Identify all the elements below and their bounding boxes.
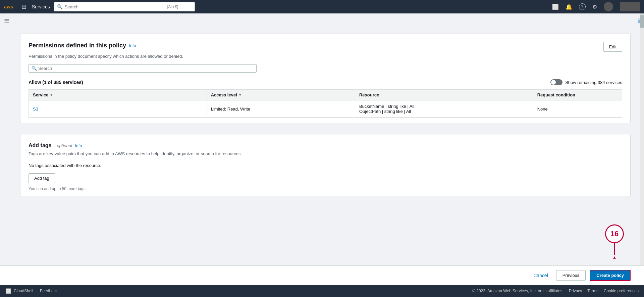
th-access-level: Access level ▼ (207, 90, 355, 100)
th-resource-label: Resource (359, 92, 379, 97)
table-search-icon: 🔍 (32, 66, 37, 71)
top-navigation: aws ⊞ Services 🔍 [Alt+S] ⬜ 🔔 ? ⚙ (0, 0, 644, 13)
search-input[interactable] (65, 4, 165, 9)
add-tags-card: Add tags - optional Info Tags are key-va… (20, 134, 631, 197)
svg-text:aws: aws (4, 4, 13, 9)
permissions-card-header: Permissions defined in this policy Info … (29, 42, 622, 52)
apps-icon[interactable]: ⊞ (20, 2, 28, 12)
show-remaining-toggle[interactable] (550, 79, 562, 85)
add-tags-header: Add tags - optional Info (29, 142, 622, 148)
permissions-table: Service ▼ Access level ▼ Resource (29, 89, 622, 118)
main-content: Permissions defined in this policy Info … (0, 13, 644, 285)
cloudshell-nav-icon[interactable]: ⬜ (552, 4, 559, 10)
access-sort-icon[interactable]: ▼ (238, 93, 242, 97)
account-avatar[interactable] (620, 2, 640, 11)
search-icon: 🔍 (57, 4, 63, 9)
cell-service: S3 (29, 100, 207, 118)
table-row: S3 Limited: Read, Write BucketName | str… (29, 100, 622, 118)
permissions-title: Permissions defined in this policy (29, 42, 126, 49)
add-tags-subtitle: Tags are key-value pairs that you can ad… (29, 151, 622, 156)
th-access-label: Access level (211, 92, 237, 97)
add-tag-button[interactable]: Add tag (29, 173, 55, 183)
th-request-condition: Request condition (533, 90, 622, 100)
toggle-container: Show remaining 384 services (550, 79, 622, 85)
aws-logo: aws (4, 3, 16, 11)
cell-request-condition: None (533, 100, 622, 118)
allow-title: Allow (1 of 385 services) (29, 80, 83, 85)
no-tags-message: No tags associated with the resource. (29, 163, 622, 168)
access-level-value: Limited: Read, Write (211, 107, 251, 112)
permissions-title-group: Permissions defined in this policy Info (29, 42, 136, 49)
show-remaining-label: Show remaining 384 services (565, 80, 622, 85)
th-service: Service ▼ (29, 90, 207, 100)
th-service-label: Service (33, 92, 48, 97)
toggle-knob (551, 80, 556, 85)
permissions-card: Permissions defined in this policy Info … (20, 34, 631, 123)
request-condition-value: None (537, 107, 548, 112)
services-nav-label[interactable]: Services (32, 4, 50, 9)
permissions-table-body: S3 Limited: Read, Write BucketName | str… (29, 100, 622, 118)
help-icon[interactable]: ? (579, 3, 586, 10)
create-policy-button[interactable]: Create policy (590, 270, 631, 281)
th-request-label: Request condition (537, 92, 575, 97)
bell-icon[interactable]: 🔔 (566, 4, 572, 10)
search-shortcut: [Alt+S] (167, 5, 178, 9)
add-tags-info-link[interactable]: Info (75, 143, 82, 148)
previous-button[interactable]: Previous (556, 270, 586, 281)
user-avatar[interactable] (604, 2, 613, 11)
annotation-arrow (613, 243, 616, 260)
permissions-subtitle: Permissions in the policy document speci… (29, 54, 622, 59)
th-resource: Resource (355, 90, 533, 100)
nav-right-icons: ⬜ 🔔 ? ⚙ (552, 2, 640, 11)
cell-resource: BucketName | string like | All,ObjectPat… (355, 100, 533, 118)
global-search-box[interactable]: 🔍 [Alt+S] (54, 2, 195, 11)
cancel-button[interactable]: Cancel (529, 271, 552, 280)
optional-label: - optional (54, 143, 72, 148)
add-tags-title: Add tags (29, 142, 51, 148)
permissions-table-head: Service ▼ Access level ▼ Resource (29, 90, 622, 100)
page-info-icon[interactable]: ℹ (638, 17, 640, 24)
annotation-number-16: 16 (605, 224, 624, 243)
permissions-search-box[interactable]: 🔍 (29, 64, 257, 73)
cell-access-level: Limited: Read, Write (207, 100, 355, 118)
allow-header: Allow (1 of 385 services) Show remaining… (29, 79, 622, 85)
edit-button[interactable]: Edit (603, 42, 622, 52)
permissions-search-input[interactable] (38, 66, 254, 71)
tag-limit-note: You can add up to 50 more tags. (29, 186, 87, 191)
s3-service-link[interactable]: S3 (33, 107, 38, 112)
sidebar-toggle[interactable]: ☰ (4, 17, 9, 25)
settings-icon[interactable]: ⚙ (592, 4, 597, 10)
action-bar: Cancel Previous Create policy (0, 265, 644, 285)
permissions-info-link[interactable]: Info (129, 43, 136, 48)
scrollbar-thumb[interactable] (640, 15, 644, 28)
right-scrollbar[interactable]: ▲ ▼ (640, 13, 644, 285)
table-header-row: Service ▼ Access level ▼ Resource (29, 90, 622, 100)
resource-value: BucketName | string like | All,ObjectPat… (359, 104, 416, 114)
service-sort-icon[interactable]: ▼ (50, 93, 53, 97)
